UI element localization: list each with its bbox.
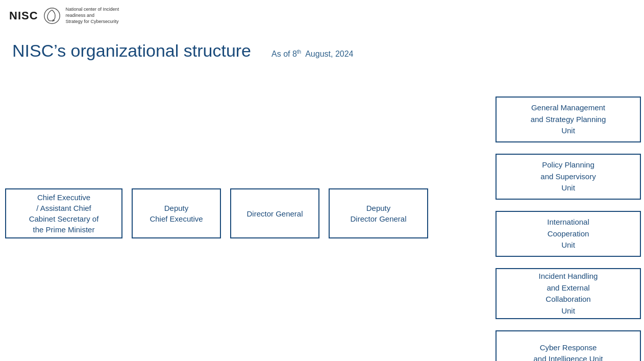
logo-text: NISC: [9, 9, 38, 22]
date-label: As of 8th August, 2024: [271, 49, 353, 59]
box-cyber-response: Cyber Response and Intelligence Unit: [496, 330, 641, 361]
org-chart-area: Chief Executive / Assistant Chief Cabine…: [0, 66, 644, 361]
box-deputy-director-general: Deputy Director General: [329, 188, 428, 238]
box-international-cooperation: International Cooperation Unit: [496, 211, 641, 257]
page-title: NISC’s organizational structure: [12, 41, 251, 61]
box-incident-handling: Incident Handling and External Collabora…: [496, 268, 641, 319]
title-area: NISC’s organizational structure As of 8t…: [0, 32, 644, 61]
box-chief-executive: Chief Executive / Assistant Chief Cabine…: [5, 188, 122, 238]
logo-tagline: National center of Incident readiness an…: [66, 7, 127, 25]
box-general-management: General Management and Strategy Planning…: [496, 97, 641, 142]
nisc-logo-icon: [42, 6, 62, 26]
box-policy-planning: Policy Planning and Supervisory Unit: [496, 154, 641, 200]
right-panel: General Management and Strategy Planning…: [496, 97, 641, 361]
box-deputy-chief-executive: Deputy Chief Executive: [132, 188, 221, 238]
logo-container: NISC National center of Incident readine…: [9, 6, 127, 26]
header: NISC National center of Incident readine…: [0, 0, 644, 32]
box-director-general: Director General: [230, 188, 319, 238]
left-boxes-row: Chief Executive / Assistant Chief Cabine…: [5, 188, 428, 238]
